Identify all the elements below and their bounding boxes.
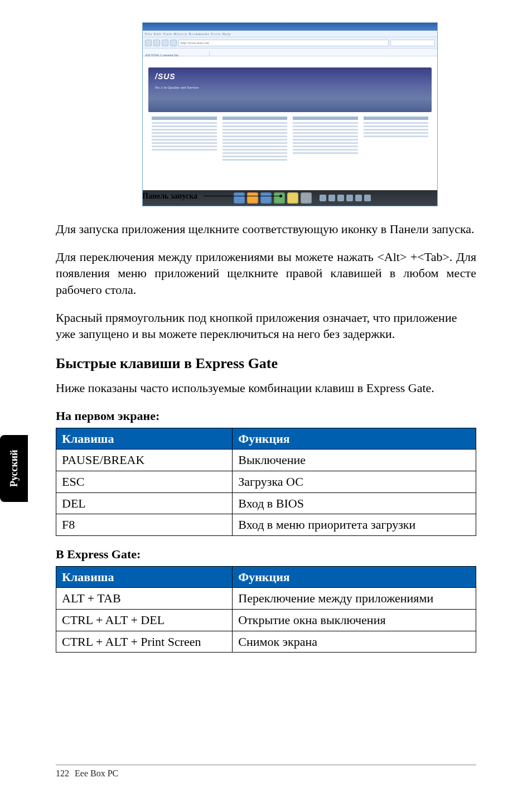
tray-icon — [364, 195, 371, 201]
launch-icon — [274, 192, 285, 204]
table-caption: В Express Gate: — [56, 546, 476, 563]
window-titlebar — [143, 23, 437, 31]
tray-icon — [337, 195, 344, 201]
table-row: PAUSE/BREAK Выключение — [56, 450, 476, 471]
section-intro: Ниже показаны часто используемые комбина… — [56, 380, 476, 397]
paragraph: Для переключения между приложениями вы м… — [56, 249, 476, 298]
callout-label: Панель запуска — [142, 192, 197, 201]
tray-icon — [346, 195, 353, 201]
shortcut-table-express-gate: Клавиша Функция ALT + TAB Переключение м… — [56, 566, 476, 653]
table-header-key: Клавиша — [56, 428, 233, 450]
asus-banner: /SUS No.1 in Quality and Service — [148, 67, 432, 112]
section-heading: Быстрые клавиши в Express Gate — [56, 354, 476, 373]
launch-icon — [247, 192, 258, 204]
browser-window-mock: File Edit View History Bookmarks Tools H… — [142, 22, 438, 206]
callout-leader-line — [204, 196, 282, 196]
launch-icon — [301, 192, 312, 204]
tray-icon — [355, 195, 362, 201]
tray-icons — [320, 195, 371, 201]
asus-tagline: No.1 in Quality and Service — [155, 85, 199, 90]
page-footer: 122 Eee Box PC — [56, 765, 476, 779]
language-tab: Русский — [0, 435, 28, 502]
launch-icon — [234, 192, 245, 204]
cell-func: Вход в BIOS — [233, 492, 476, 514]
cell-func: Открытие окна выключения — [233, 610, 476, 631]
shortcut-table-first-screen: Клавиша Функция PAUSE/BREAK Выключение E… — [56, 428, 476, 536]
table-header-func: Функция — [233, 566, 476, 588]
book-title: Eee Box PC — [75, 769, 118, 779]
cell-key: PAUSE/BREAK — [56, 450, 233, 471]
cell-key: CTRL + ALT + Print Screen — [56, 631, 233, 653]
page-number: 122 — [56, 769, 69, 779]
cell-key: CTRL + ALT + DEL — [56, 610, 233, 631]
browser-tabstrip: ASUSTeK Computer Inc. — [143, 49, 437, 56]
table-row: F8 Вход в меню приоритета загрузки — [56, 514, 476, 536]
table-header-func: Функция — [233, 428, 476, 450]
paragraph: Для запуска приложения щелкните соответс… — [56, 221, 476, 238]
browser-toolbar: http://www.asus.com — [143, 37, 437, 49]
table-caption: На первом экране: — [56, 408, 476, 424]
reload-icon — [162, 40, 168, 46]
link-columns — [143, 117, 437, 162]
table-row: CTRL + ALT + Print Screen Снимок экрана — [56, 631, 476, 653]
table-header-key: Клавиша — [56, 566, 233, 588]
cell-func: Переключение между приложениями — [233, 588, 476, 610]
nav-back-icon — [145, 40, 152, 46]
table-row: CTRL + ALT + DEL Открытие окна выключени… — [56, 610, 476, 631]
asus-logo: /SUS — [155, 72, 176, 81]
body-text: Для запуска приложения щелкните соответс… — [56, 221, 476, 653]
cell-func: Вход в меню приоритета загрузки — [233, 514, 476, 536]
cell-key: ALT + TAB — [56, 588, 233, 610]
cell-key: DEL — [56, 492, 233, 514]
tray-icon — [328, 195, 335, 201]
paragraph: Красный прямоугольник под кнопкой прилож… — [56, 310, 476, 342]
page-content: File Edit View History Bookmarks Tools H… — [56, 22, 476, 780]
browser-menubar: File Edit View History Bookmarks Tools H… — [143, 31, 437, 37]
tray-icon — [320, 195, 326, 201]
stop-icon — [170, 40, 177, 46]
search-box — [390, 40, 435, 46]
table-row: ESC Загрузка ОС — [56, 471, 476, 492]
screenshot-figure: File Edit View History Bookmarks Tools H… — [142, 22, 438, 206]
table-row: DEL Вход в BIOS — [56, 492, 476, 514]
cell-func: Загрузка ОС — [233, 471, 476, 492]
cell-func: Снимок экрана — [233, 631, 476, 653]
cell-func: Выключение — [233, 450, 476, 471]
nav-forward-icon — [153, 40, 160, 46]
launch-icon — [260, 192, 272, 204]
url-bar: http://www.asus.com — [178, 40, 389, 46]
launch-icon — [287, 192, 298, 204]
cell-key: ESC — [56, 471, 233, 492]
page-body: /SUS No.1 in Quality and Service — [143, 56, 437, 190]
table-row: ALT + TAB Переключение между приложениям… — [56, 588, 476, 610]
cell-key: F8 — [56, 514, 233, 536]
